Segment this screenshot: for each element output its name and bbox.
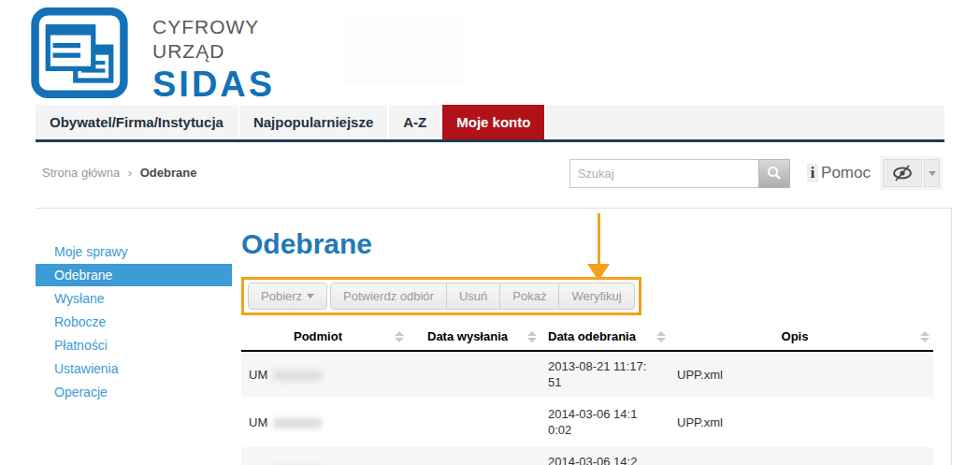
search-button[interactable]: [758, 159, 790, 188]
sort-icon[interactable]: [920, 331, 930, 342]
column-header-opis[interactable]: Opis: [670, 324, 933, 351]
table-row[interactable]: UM 2014-03-06 14:20:46 UPP.xml: [241, 446, 933, 465]
table-row[interactable]: UM 2013-08-21 11:17:51 UPP.xml: [241, 351, 933, 399]
redacted-text: [273, 418, 322, 429]
pokaz-button[interactable]: Pokaż: [499, 283, 559, 310]
page-title: Odebrane: [241, 224, 951, 265]
cell-data-odebrania: 2014-03-06 14:10:02: [540, 399, 670, 446]
received-items-table: Podmiot Data wysłania Data odebrania Opi…: [241, 324, 933, 465]
breadcrumb-row: Strona główna › Odebrane i Pomoc: [0, 142, 980, 208]
site-header: CYFROWY URZĄD SIDAS: [0, 0, 980, 105]
main-area: Odebrane Pobierz Potwierdz odbiór Usuń P…: [232, 209, 951, 465]
table-header-row: Podmiot Data wysłania Data odebrania Opi…: [241, 324, 933, 351]
info-icon: i: [807, 164, 818, 182]
breadcrumb-home[interactable]: Strona główna: [42, 166, 120, 180]
potwierdz-odbior-button[interactable]: Potwierdz odbiór: [330, 283, 447, 310]
breadcrumb: Strona główna › Odebrane: [42, 166, 196, 180]
cell-opis: UPP.xml: [670, 399, 933, 446]
column-header-data-wyslania[interactable]: Data wysłania: [408, 324, 540, 351]
chevron-down-icon: [307, 294, 314, 298]
cell-data-wyslania: [408, 446, 540, 465]
toolbar-button-group: Potwierdz odbiór Usuń Pokaż Weryfikuj: [330, 283, 635, 310]
sidebar-item-robocze[interactable]: Robocze: [36, 311, 232, 333]
table-row[interactable]: UM 2014-03-06 14:10:02 UPP.xml: [241, 399, 933, 446]
sidebar-item-ustawienia[interactable]: Ustawienia: [36, 357, 232, 380]
cell-data-odebrania: 2014-03-06 14:20:46: [540, 446, 670, 465]
logo-text: CYFROWY URZĄD SIDAS: [152, 15, 275, 103]
cell-data-odebrania: 2013-08-21 11:17:51: [540, 351, 670, 399]
sort-icon[interactable]: [527, 331, 537, 342]
nav-tab-moje-konto[interactable]: Moje konto: [442, 105, 546, 139]
breadcrumb-current: Odebrane: [140, 166, 197, 180]
logo-title-line1: CYFROWY: [152, 15, 275, 39]
pobierz-dropdown-button[interactable]: Pobierz: [248, 283, 327, 310]
search-cluster: i Pomoc: [569, 156, 943, 190]
annotation-highlight-box: Pobierz Potwierdz odbiór Usuń Pokaż Wery…: [241, 277, 641, 315]
cell-opis: UPP.xml: [670, 351, 933, 399]
accessibility-group: [880, 156, 943, 190]
contrast-dropdown-button[interactable]: [924, 159, 940, 187]
logo-title-line2: URZĄD: [152, 39, 275, 64]
chevron-down-icon: [929, 171, 936, 176]
breadcrumb-separator: ›: [128, 166, 132, 180]
nav-tab-obywatel[interactable]: Obywatel/Firma/Instytucja: [36, 105, 239, 139]
pobierz-label: Pobierz: [261, 289, 302, 303]
column-header-data-odebrania[interactable]: Data odebrania: [540, 324, 670, 351]
cell-data-wyslania: [408, 399, 540, 446]
weryfikuj-button[interactable]: Weryfikuj: [558, 283, 634, 310]
cell-podmiot: UM: [241, 351, 408, 399]
header-background-box: [344, 15, 466, 86]
nav-filler: [546, 105, 944, 139]
search-input[interactable]: [569, 159, 758, 188]
help-label: Pomoc: [821, 164, 871, 182]
eye-icon: [890, 163, 915, 183]
cell-opis: UPP.xml: [670, 446, 933, 465]
sort-icon[interactable]: [395, 331, 404, 342]
cell-podmiot: UM: [241, 446, 408, 465]
help-link[interactable]: i Pomoc: [807, 164, 871, 182]
sidas-logo-icon[interactable]: [26, 7, 133, 98]
search-icon: [767, 166, 782, 181]
column-header-podmiot[interactable]: Podmiot: [241, 324, 408, 351]
contrast-toggle-button[interactable]: [883, 159, 922, 187]
sidebar-item-operacje[interactable]: Operacje: [36, 381, 232, 403]
sidebar: Moje sprawy Odebrane Wysłane Robocze Pła…: [36, 209, 232, 465]
sidebar-item-platnosci[interactable]: Płatności: [36, 334, 232, 356]
nav-tab-najpopularniejsze[interactable]: Najpopularniejsze: [239, 105, 389, 139]
cell-data-wyslania: [408, 351, 540, 399]
redacted-text: [273, 371, 322, 381]
sidebar-item-moje-sprawy[interactable]: Moje sprawy: [36, 240, 232, 263]
content-panel: Moje sprawy Odebrane Wysłane Robocze Pła…: [36, 208, 952, 465]
nav-tab-a-z[interactable]: A-Z: [389, 105, 442, 139]
sidebar-item-odebrane[interactable]: Odebrane: [36, 264, 232, 286]
main-nav: Obywatel/Firma/Instytucja Najpopularniej…: [36, 105, 944, 142]
sidebar-item-wyslane[interactable]: Wysłane: [36, 287, 232, 310]
logo-brand: SIDAS: [152, 65, 275, 103]
usun-button[interactable]: Usuń: [446, 283, 500, 310]
cell-podmiot: UM: [241, 399, 408, 446]
sort-icon[interactable]: [656, 331, 666, 342]
